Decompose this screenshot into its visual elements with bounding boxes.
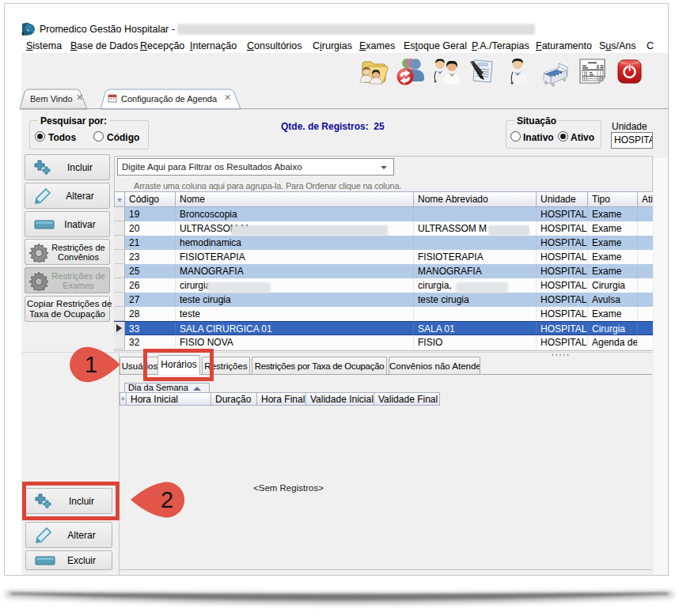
svg-text:1: 1 [85, 352, 97, 377]
svg-text:2: 2 [161, 487, 173, 512]
